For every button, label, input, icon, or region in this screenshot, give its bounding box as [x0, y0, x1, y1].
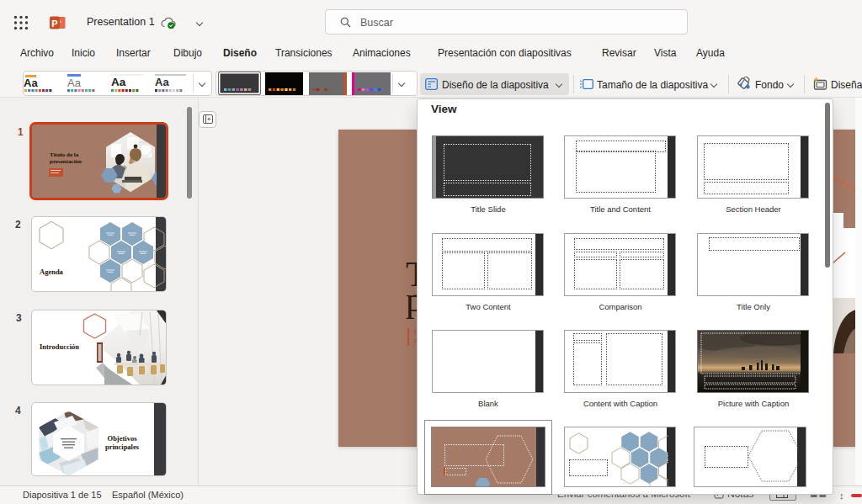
svg-text:P: P: [51, 19, 57, 29]
